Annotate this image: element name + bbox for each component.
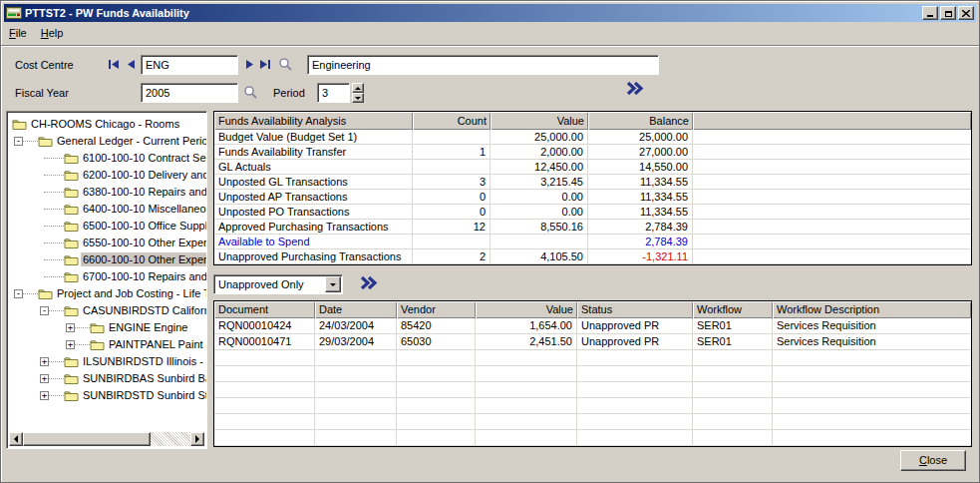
trans-cell-value bbox=[476, 350, 577, 366]
first-record-button[interactable] bbox=[107, 58, 121, 71]
tree-item[interactable]: 6380-100-10 Repairs and bbox=[7, 184, 206, 201]
maximize-button[interactable] bbox=[940, 6, 956, 20]
collapse-icon[interactable]: - bbox=[14, 137, 23, 146]
funds-cell-label: GL Actuals bbox=[214, 160, 413, 175]
funds-table-row[interactable]: Unposted PO Transactions00.0011,334.55 bbox=[214, 205, 971, 220]
expand-icon[interactable]: + bbox=[40, 374, 49, 383]
maximize-icon bbox=[945, 11, 952, 17]
trans-cell-status bbox=[577, 382, 693, 398]
trans-header-workflow[interactable]: Workflow bbox=[693, 301, 773, 318]
scrollbar-thumb[interactable] bbox=[23, 432, 151, 446]
funds-table-row[interactable]: Funds Availability Transfer12,000.0027,0… bbox=[214, 145, 971, 160]
tree-item[interactable]: +PAINTPANEL Paint a bbox=[7, 336, 206, 353]
next-record-button[interactable] bbox=[243, 58, 257, 71]
tree-item[interactable]: -General Ledger - Current Period bbox=[7, 133, 206, 150]
close-button[interactable]: Close bbox=[900, 450, 966, 471]
funds-table-row[interactable]: Unapproved Purchasing Transactions24,105… bbox=[214, 249, 971, 264]
funds-table-row[interactable]: Approved Purchasing Transactions128,550.… bbox=[214, 220, 971, 235]
titlebar[interactable]: PTTST2 - PW Funds Availability bbox=[4, 4, 976, 22]
tree-item[interactable]: +SUNBIRDSTD Sunbird St bbox=[7, 387, 206, 404]
trans-cell-workflow bbox=[693, 398, 773, 414]
tree-item[interactable]: 6400-100-10 Miscellaneou bbox=[7, 201, 206, 218]
funds-cell-filler bbox=[693, 220, 971, 235]
cost-centre-description[interactable] bbox=[307, 55, 659, 75]
tree-item[interactable]: 6700-100-10 Repairs and bbox=[7, 268, 206, 285]
funds-table-row[interactable]: Budget Value (Budget Set 1)25,000.0025,0… bbox=[214, 130, 971, 145]
combo-dropdown-button[interactable] bbox=[325, 276, 341, 292]
cost-centre-input[interactable] bbox=[141, 55, 238, 75]
menu-file[interactable]: File bbox=[2, 24, 34, 42]
collapse-icon[interactable]: - bbox=[40, 306, 49, 315]
tree-item[interactable]: CH-ROOMS Chicago - Rooms bbox=[7, 116, 206, 133]
scroll-right-button[interactable] bbox=[190, 432, 204, 446]
tree-item[interactable]: 6200-100-10 Delivery and bbox=[7, 167, 206, 184]
trans-cell-vendor: 85420 bbox=[397, 318, 476, 334]
close-icon bbox=[962, 10, 970, 17]
previous-record-button[interactable] bbox=[124, 58, 138, 71]
funds-table-row[interactable]: GL Actuals12,450.0014,550.00 bbox=[214, 160, 971, 175]
trans-cell-workflow-description bbox=[773, 430, 971, 446]
tree-connector bbox=[44, 158, 64, 159]
trans-header-document[interactable]: Document bbox=[214, 301, 315, 318]
tree-item[interactable]: 6550-100-10 Other Expen bbox=[7, 235, 206, 251]
funds-header-balance[interactable]: Balance bbox=[588, 112, 693, 130]
expand-icon[interactable]: + bbox=[40, 357, 49, 366]
fiscal-year-input[interactable] bbox=[141, 83, 238, 103]
tree-item-label: CH-ROOMS Chicago - Rooms bbox=[29, 117, 181, 131]
cost-centre-search-button[interactable] bbox=[278, 57, 293, 72]
tree-item-label: PAINTPANEL Paint a bbox=[107, 337, 207, 351]
scroll-left-button[interactable] bbox=[9, 432, 23, 446]
spinner-up-button[interactable] bbox=[352, 83, 364, 93]
tree-item[interactable]: 6600-100-10 Other Expen bbox=[7, 251, 206, 268]
trans-cell-vendor bbox=[397, 398, 476, 414]
transaction-filter-combo[interactable]: Unapproved Only bbox=[213, 274, 343, 294]
folder-icon bbox=[38, 287, 53, 300]
tree-item[interactable]: -CASUNBIRDSTD Californ bbox=[7, 302, 206, 319]
funds-cell-count bbox=[413, 235, 490, 249]
trans-cell-workflow-description bbox=[773, 350, 971, 366]
menu-help[interactable]: Help bbox=[34, 24, 71, 42]
fiscal-year-search-button[interactable] bbox=[243, 85, 258, 100]
scrollbar-track[interactable] bbox=[151, 432, 190, 446]
last-record-button[interactable] bbox=[258, 58, 272, 71]
expand-header-button[interactable] bbox=[626, 82, 644, 97]
folder-icon bbox=[64, 203, 79, 216]
tree-item[interactable]: 6100-100-10 Contract Ser bbox=[7, 150, 206, 167]
collapse-icon[interactable]: - bbox=[14, 289, 23, 298]
funds-header-analysis[interactable]: Funds Availability Analysis bbox=[214, 112, 413, 130]
funds-table-row[interactable]: Available to Spend2,784.39 bbox=[214, 235, 971, 249]
expand-icon[interactable]: + bbox=[66, 323, 75, 332]
folder-icon bbox=[64, 372, 79, 385]
tree-item[interactable]: +SUNBIRDBAS Sunbird Ba bbox=[7, 370, 206, 387]
tree-item[interactable]: 6500-100-10 Office Suppli bbox=[7, 218, 206, 235]
expand-transactions-button[interactable] bbox=[360, 276, 378, 291]
transaction-row[interactable]: RQN0001042424/03/2004854201,654.00Unappr… bbox=[214, 318, 971, 334]
tree-item[interactable]: +ENGINE Engine bbox=[7, 319, 206, 336]
funds-header-value[interactable]: Value bbox=[490, 112, 588, 130]
funds-header-count[interactable]: Count bbox=[413, 112, 490, 130]
funds-table-row[interactable]: Unposted GL Transactions33,215.4511,334.… bbox=[214, 175, 971, 190]
trans-header-value[interactable]: Value bbox=[476, 301, 577, 318]
trans-header-workflow-description[interactable]: Workflow Description bbox=[773, 301, 971, 318]
trans-header-vendor[interactable]: Vendor bbox=[397, 301, 476, 318]
app-window: PTTST2 - PW Funds Availability File Help… bbox=[0, 0, 980, 483]
trans-header-date[interactable]: Date bbox=[315, 301, 397, 318]
tree-item[interactable]: -Project and Job Costing - Life T bbox=[7, 285, 206, 302]
folder-icon bbox=[64, 253, 79, 266]
expand-icon[interactable]: + bbox=[66, 340, 75, 349]
funds-table-row[interactable]: Unposted AP Transactions00.0011,334.55 bbox=[214, 190, 971, 205]
tree-item[interactable]: +ILSUNBIRDSTD Illinois - S bbox=[7, 353, 206, 370]
minimize-button[interactable] bbox=[922, 6, 938, 20]
trans-header-status[interactable]: Status bbox=[577, 301, 693, 318]
spinner-down-button[interactable] bbox=[352, 93, 364, 103]
trans-cell-vendor bbox=[397, 382, 476, 398]
trans-cell-vendor: 65030 bbox=[397, 334, 476, 350]
expand-icon[interactable]: + bbox=[40, 391, 49, 400]
folder-icon bbox=[90, 338, 105, 351]
folder-icon bbox=[64, 355, 79, 368]
trans-cell-workflow bbox=[693, 382, 773, 398]
period-input[interactable] bbox=[317, 83, 350, 103]
trans-cell-status: Unapproved PR bbox=[577, 318, 693, 334]
transaction-row[interactable]: RQN0001047129/03/2004650302,451.50Unappr… bbox=[214, 334, 971, 350]
close-window-button[interactable] bbox=[958, 6, 974, 20]
